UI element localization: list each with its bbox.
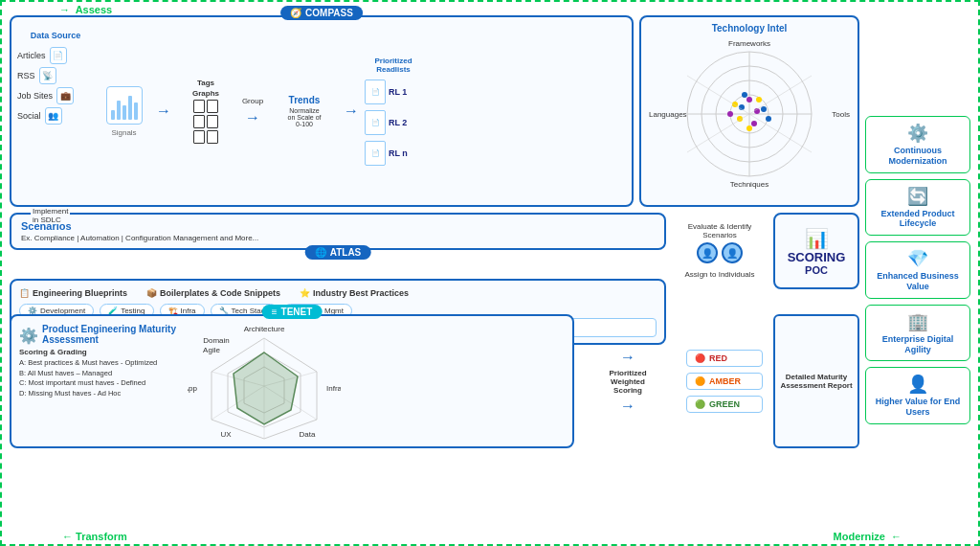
group-col: Group → [238,23,267,199]
readlist-rl1: 📄 RL 1 [365,80,422,104]
maturity-left: ⚙️ Product Engineering Maturity Assessme… [19,324,182,450]
left-section: 🧭 COMPASS Data Source Articles 📄 RSS 📡 [10,15,859,525]
top-section: 🧭 COMPASS Data Source Articles 📄 RSS 📡 [10,15,859,207]
svg-point-7 [746,97,752,102]
modernize-label: Modernize ← [834,531,902,542]
svg-point-8 [761,106,767,112]
maturity-title: Product Engineering Maturity Assessment [42,324,182,345]
data-source-col: Data Source Articles 📄 RSS 📡 Job Sites 💼 [17,23,94,199]
middle-left: Implementin SDLC Scenarios Ex. Complianc… [10,213,666,308]
avatar-1: 👤 [697,242,718,263]
report-box: Detailed Maturity Assessment Report [773,314,859,448]
svg-text:Architecture: Architecture [244,325,285,333]
signals-bars [111,91,138,120]
compass-badge: 🧭 COMPASS [280,6,363,20]
readlists-col: PrioritizedReadlists 📄 RL 1 📄 RL 2 📄 RL … [365,23,422,199]
readlist-rln: 📄 RL n [365,141,422,166]
middle-scoring-row: Implementin SDLC Scenarios Ex. Complianc… [10,213,859,308]
svg-point-11 [742,92,747,98]
trends-col: Trends Normalizeon Scale of0-100 [271,23,338,199]
group-label: Group [242,97,263,105]
trends-title: Trends [289,95,321,105]
scoring-sub: POC [805,264,828,276]
signals-box [106,86,143,125]
signals-label: Signals [111,128,136,137]
svg-point-10 [751,121,757,126]
best-practices-title: ⭐ Industry Best Practices [300,288,409,298]
readlist-rl2: 📄 RL 2 [365,110,422,135]
cycle-icon: 🔄 [870,186,966,207]
maturity-radar-chart: Architecture Infra Data UX App Agile Dom… [188,324,565,450]
boilerplates-title: 📦 Boilerplates & Code Snippets [146,288,280,298]
blueprint-header: 📋 Engineering Blueprints 📦 Boilerplates … [19,288,657,298]
tech-intel-radar [673,42,826,186]
scoring-box: 📊 SCORING POC [773,213,859,289]
diamond-icon: 💎 [870,248,966,269]
tenet-inner: ⚙️ Product Engineering Maturity Assessme… [19,324,565,450]
maturity-item-a: A: Best practices & Must haves - Optimiz… [19,358,182,369]
data-source-title: Data Source [17,31,94,40]
scoring-title: SCORING [788,250,846,264]
readlists-title: PrioritizedReadlists [365,57,422,74]
maturity-item-b: B: All Must haves – Managed [19,369,182,379]
engineering-blueprints-title: 📋 Engineering Blueprints [19,288,127,298]
data-source-articles: Articles 📄 [17,47,94,64]
assess-box: 🧭 COMPASS Data Source Articles 📄 RSS 📡 [10,15,634,207]
data-source-rss: RSS 📡 [17,67,94,84]
sidebar-extended-lifecycle[interactable]: 🔄 Extended Product Lifecycle [865,179,970,237]
tenet-badge: ≡ TENET [262,305,323,319]
svg-marker-38 [234,353,298,424]
avatar-2: 👤 [722,242,743,263]
tech-intel-techniques: Techniques [730,180,768,189]
sidebar-label-1: Continuous Modernization [870,146,966,167]
sidebar-label-2: Extended Product Lifecycle [870,209,966,230]
maturity-item-c: C: Most important must haves - Defined [19,378,182,389]
svg-point-12 [756,97,762,102]
sidebar-label-3: Enhanced Business Value [870,271,966,292]
bottom-section: ≡ TENET ⚙️ Product Engineering Maturity … [10,314,859,448]
tags-title: Tags [197,79,214,87]
scenarios-area: Implementin SDLC Scenarios Ex. Complianc… [10,213,666,250]
tenet-box: ≡ TENET ⚙️ Product Engineering Maturity … [10,314,574,448]
sidebar-enterprise-agility[interactable]: 🏢 Enterprise Digital Agility [865,305,970,362]
svg-point-15 [746,125,752,131]
status-box: 🔴 RED 🟠 AMBER 🟢 GREEN [681,314,768,448]
tech-intel-tools: Tools [832,110,850,119]
scenarios-title: Scenarios [21,220,655,232]
weighted-title: PrioritizedWeightedScoring [609,369,646,395]
data-source-social: Social 👥 [17,107,94,125]
signals-col: Signals [98,23,150,199]
evaluate-label: Evaluate & Identify Scenarios [672,222,768,239]
sidebar-continuous-modernization[interactable]: ⚙️ Continuous Modernization [865,116,970,173]
maturity-item-d: D: Missing Must haves - Ad Hoc [19,389,182,399]
sidebar-enhanced-business[interactable]: 💎 Enhanced Business Value [865,241,970,299]
assess-label: → Assess [59,4,112,15]
radar-container: Frameworks Tools Techniques Languages [647,37,852,191]
tech-intel-box: Technology Intel Frameworks Tools Techni… [639,15,859,207]
sidebar-label-4: Enterprise Digital Agility [870,334,966,355]
tech-intel-frameworks: Frameworks [728,39,770,48]
sidebar-label-5: Higher Value for End Users [870,397,966,418]
status-red[interactable]: 🔴 RED [686,350,763,367]
status-amber[interactable]: 🟠 AMBER [686,373,763,390]
svg-text:Domain: Domain [203,336,230,345]
scoring-grading-title: Scoring & Grading [19,348,182,356]
gear-icon: ⚙️ [870,123,966,144]
arrow-to-tags: → [156,23,171,199]
svg-text:Infra: Infra [326,384,341,393]
implement-label: Implementin SDLC [31,207,70,224]
svg-point-14 [766,116,771,122]
right-sidebar: ⚙️ Continuous Modernization 🔄 Extended P… [865,15,970,525]
transform-label: ← Transform [59,531,127,542]
arrow-to-readlists: → [344,23,359,199]
status-green[interactable]: 🟢 GREEN [686,396,763,413]
sidebar-higher-value[interactable]: 👤 Higher Value for End Users [865,367,970,424]
tech-intel-languages: Languages [649,110,687,119]
assign-label: Assign to Individuals [685,270,755,279]
graphs-title: Graphs [192,89,219,98]
building-icon: 🏢 [870,311,966,332]
svg-text:Agile: Agile [203,346,220,354]
scenarios-text: Ex. Compliance | Automation | Configurat… [21,234,655,242]
svg-point-13 [727,111,733,117]
content-area: 🧭 COMPASS Data Source Articles 📄 RSS 📡 [10,15,970,525]
